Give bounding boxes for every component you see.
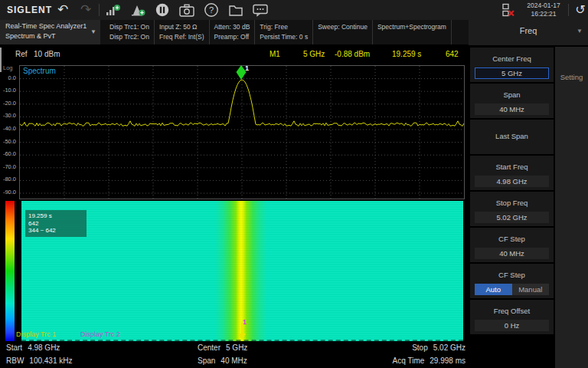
start-freq-readout: Start4.98 GHz: [6, 343, 60, 352]
y-tick: -90.0: [3, 189, 16, 196]
panel-group-label: Last Span: [470, 132, 554, 140]
y-tick: -70.0: [3, 163, 16, 170]
panel-group-value[interactable]: 40 MHz: [475, 104, 549, 115]
mode-select-dropdown[interactable]: Real-Time Spec Analyzer1 Spectrum & PvT …: [0, 20, 100, 44]
peak-search-icon[interactable]: [129, 2, 147, 18]
y-tick: -30.0: [3, 112, 16, 119]
restore-preset-icon[interactable]: ↺: [571, 2, 588, 18]
undo-icon[interactable]: ↶: [54, 2, 72, 18]
spectrum-svg: [20, 66, 464, 199]
y-axis-ticks: 0.0-10.0-20.0-30.0-40.0-50.0-60.0-70.0-8…: [0, 65, 17, 198]
panel-group-cf-step-5[interactable]: CF Step40 MHz: [470, 228, 554, 262]
marker-id: M1: [270, 50, 280, 58]
mode-info-col: Spectrum+Spectrogram: [373, 20, 452, 44]
analyzer-screen: SIGLENT ↶ ↷ ? 2024-01-17 16:22:21: [0, 0, 588, 368]
panel-group-value[interactable]: 4.98 GHz: [475, 176, 549, 187]
mode-submode: Spectrum & PvT: [5, 32, 56, 40]
marker1-label: 1: [245, 64, 249, 72]
panel-group-last-span-2[interactable]: Last Span: [470, 120, 554, 154]
spectrum-window-label: Spectrum: [23, 67, 56, 75]
stop-freq-readout: Stop5.02 GHz: [412, 343, 466, 352]
y-tick: 0.0: [8, 74, 16, 81]
y-tick: -10.0: [3, 87, 16, 94]
panel-group-value[interactable]: 0 Hz: [475, 320, 549, 331]
mode-name: Real-Time Spec Analyzer1: [5, 22, 87, 30]
panel-group-stop-freq-4[interactable]: Stop Freq5.02 GHz: [470, 192, 554, 226]
measure-bar: Ref 10 dBm M1 5 GHz -0.88 dBm 19.259 s 6…: [0, 44, 469, 64]
spectrogram-colorbar: [5, 201, 15, 341]
spectrogram-info-box: 19.259 s 642 344 ~ 642: [25, 210, 87, 237]
sgram-frame-range: 344 ~ 642: [28, 227, 83, 235]
ref-value: 10 dBm: [34, 50, 60, 58]
panel-group-value[interactable]: 40 MHz: [475, 248, 549, 259]
panel-group-cf-step-6[interactable]: CF StepAutoManual: [470, 264, 554, 298]
redo-icon[interactable]: ↷: [77, 2, 95, 18]
panel-group-label: Center Freq: [470, 54, 554, 63]
sgram-frame: 642: [28, 220, 83, 228]
top-toolbar: SIGLENT ↶ ↷ ? 2024-01-17 16:22:21: [0, 0, 588, 20]
datetime-display: 2024-01-17 16:22:21: [521, 2, 566, 18]
y-tick: -20.0: [3, 100, 16, 107]
panel-group-label: CF Step: [470, 271, 554, 279]
mode-bar: Real-Time Spec Analyzer1 Spectrum & PvT …: [0, 20, 469, 44]
console-message-icon[interactable]: [251, 2, 270, 18]
center-freq-readout: Center5 GHz: [198, 343, 247, 352]
y-tick: -40.0: [3, 125, 16, 132]
add-marker-icon[interactable]: [104, 2, 122, 18]
panel-group-value[interactable]: 5.02 GHz: [475, 212, 549, 223]
marker-time: 19.259 s: [392, 50, 421, 58]
y-tick: -60.0: [3, 150, 16, 157]
mode-info-col: Input Z: 50 ΩFreq Ref: Int(S): [155, 20, 210, 44]
marker-index: 642: [446, 50, 459, 58]
toggle-option-auto[interactable]: Auto: [475, 284, 512, 295]
mode-info-col: Trig: FreePersist Time: 0 s: [255, 20, 313, 44]
side-panel: Freq ▼ Setting Center Freq5 GHzSpan40 MH…: [469, 20, 588, 368]
panel-group-label: Start Freq: [470, 163, 554, 171]
marker-freq: 5 GHz: [303, 50, 325, 58]
time-text: 16:22:21: [521, 10, 566, 18]
side-panel-groups: Center Freq5 GHzSpan40 MHzLast SpanStart…: [470, 48, 554, 334]
rbw-readout: RBW100.431 kHz: [6, 356, 73, 365]
chevron-down-icon: ▼: [90, 28, 96, 35]
pause-icon[interactable]: [153, 2, 172, 18]
span-readout: Span40 MHz: [198, 356, 247, 365]
y-tick: -50.0: [3, 138, 16, 145]
screenshot-camera-icon[interactable]: [178, 2, 196, 18]
spectrum-plot: [19, 65, 465, 199]
panel-group-label: Freq Offset: [470, 307, 554, 315]
panel-group-label: CF Step: [470, 235, 554, 243]
date-text: 2024-01-17: [521, 2, 566, 10]
acq-time-readout: Acq Time29.998 ms: [393, 356, 466, 365]
siglent-logo: SIGLENT: [7, 5, 52, 15]
panel-title: Freq: [469, 26, 588, 35]
y-tick: -80.0: [3, 176, 16, 182]
network-status-icon[interactable]: [499, 2, 518, 18]
panel-group-start-freq-3[interactable]: Start Freq4.98 GHz: [470, 156, 554, 190]
spectrogram-marker-arrow-icon[interactable]: [238, 323, 246, 340]
svg-text:?: ?: [209, 5, 214, 15]
marker-amplitude: -0.88 dBm: [335, 50, 370, 58]
panel-group-span-1[interactable]: Span40 MHz: [470, 84, 554, 118]
file-folder-icon[interactable]: [227, 2, 245, 18]
toolbar-separator: [568, 4, 569, 16]
panel-group-value[interactable]: 5 GHz: [475, 67, 549, 79]
mode-info-col: Disp Trc1: OnDisp Trc2: On: [105, 20, 155, 44]
display-trc2-toggle[interactable]: Display Trc 2: [80, 330, 120, 338]
panel-menu-header[interactable]: Freq ▼: [469, 20, 588, 45]
panel-group-center-freq-0[interactable]: Center Freq5 GHz: [470, 48, 554, 82]
chevron-down-icon: ▼: [577, 28, 583, 34]
spectrogram: 19.259 s 642 344 ~ 642 Display Trc 1 Dis…: [21, 201, 463, 341]
status-bar: Start4.98 GHz Center5 GHz Stop5.02 GHz R…: [0, 341, 469, 368]
mode-info-columns: Disp Trc1: OnDisp Trc2: OnInput Z: 50 ΩF…: [105, 20, 452, 44]
help-icon[interactable]: ?: [202, 2, 220, 18]
panel-group-label: Span: [470, 90, 554, 99]
toolbar-separator: [99, 4, 100, 16]
tab-setting[interactable]: Setting: [555, 47, 588, 368]
display-trc1-toggle[interactable]: Display Trc 1: [16, 330, 56, 338]
auto-manual-toggle: AutoManual: [475, 284, 549, 295]
toggle-option-manual[interactable]: Manual: [512, 284, 550, 295]
sgram-time: 19.259 s: [28, 212, 83, 220]
panel-group-freq-offset-7[interactable]: Freq Offset0 Hz: [470, 300, 554, 334]
panel-group-label: Stop Freq: [470, 199, 554, 207]
mode-info-col: Sweep: Continue: [313, 20, 373, 44]
